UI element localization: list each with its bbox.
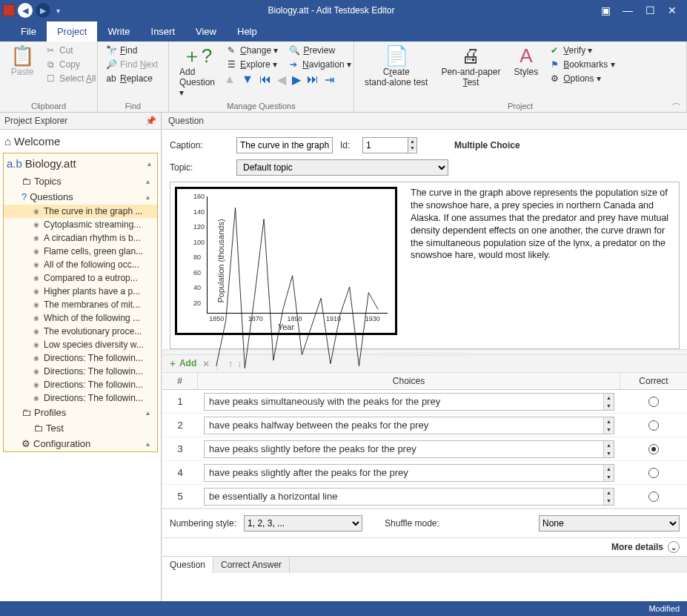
more-details-button[interactable]: More details⌄: [162, 537, 687, 556]
explore-button[interactable]: ☰Explore ▾: [224, 59, 279, 70]
chevron-up-icon[interactable]: ▴: [147, 159, 154, 168]
question-preview: Population (thousands) Year 204060801001…: [170, 182, 680, 349]
add-choice-button[interactable]: ＋ Add: [168, 357, 196, 370]
styles-button[interactable]: AStyles: [509, 44, 542, 79]
app-icon: [3, 4, 15, 16]
choice-row[interactable]: 1have peaks simultaneously with the peak…: [162, 390, 687, 414]
preview-button[interactable]: 🔍Preview: [287, 44, 336, 56]
nav-up: ▲: [224, 73, 236, 87]
question-panel-title: Question: [162, 113, 687, 130]
history-dropdown[interactable]: ▾: [56, 7, 60, 15]
printer-icon: 🖨: [461, 46, 480, 65]
verify-button[interactable]: ✔Verify ▾: [547, 44, 616, 56]
question-item[interactable]: ◉Which of the following ...: [4, 311, 157, 325]
question-item[interactable]: ◉Higher plants have a p...: [4, 285, 157, 298]
navigation-button[interactable]: ➔Navigation ▾: [286, 59, 353, 70]
change-button[interactable]: ✎Change ▾: [224, 44, 279, 56]
menu-view[interactable]: View: [185, 21, 227, 42]
configuration-item[interactable]: ⚙Configuration▴: [4, 436, 157, 451]
choice-row[interactable]: 4have peaks slightly after the peaks for…: [162, 461, 687, 485]
questions-item[interactable]: ?Questions▴: [4, 189, 157, 205]
nav-first[interactable]: ⏮: [259, 73, 271, 87]
standalone-test-button[interactable]: 📄Createstand-alone test: [360, 44, 432, 89]
profiles-item[interactable]: 🗀Profiles▴: [4, 405, 157, 420]
correct-radio[interactable]: [648, 420, 659, 431]
caption-label: Caption:: [170, 140, 229, 150]
copy-icon: ⧉: [44, 59, 56, 70]
back-button[interactable]: ◀: [18, 3, 33, 18]
question-item[interactable]: ◉The evolutionary proce...: [4, 325, 157, 338]
question-item[interactable]: ◉The curve in the graph ...: [4, 205, 157, 218]
nav-next[interactable]: ▶: [292, 73, 301, 87]
choice-text[interactable]: have peaks halfway between the peaks for…: [204, 417, 614, 434]
findnext-button[interactable]: 🔎Find Next: [104, 59, 159, 70]
question-item[interactable]: ◉Directions: The followin...: [4, 391, 157, 405]
welcome-item[interactable]: ⌂Welcome: [1, 131, 159, 151]
menu-help[interactable]: Help: [227, 21, 268, 42]
replace-button[interactable]: abReplace: [104, 73, 159, 85]
population-chart: Population (thousands) Year 204060801001…: [175, 187, 397, 335]
correct-radio[interactable]: [648, 444, 659, 454]
question-item[interactable]: ◉Directions: The followin...: [4, 378, 157, 391]
pen-paper-button[interactable]: 🖨Pen-and-paperTest: [437, 44, 505, 89]
question-item[interactable]: ◉Low species diversity w...: [4, 338, 157, 351]
question-item[interactable]: ◉Compared to a eutrop...: [4, 271, 157, 285]
menu-project[interactable]: Project: [47, 21, 97, 42]
choice-text[interactable]: have peaks slightly before the peaks for…: [204, 440, 614, 458]
menu-write[interactable]: Write: [97, 21, 140, 42]
file-item[interactable]: a.bBiology.att▴: [4, 153, 157, 173]
choice-text[interactable]: be essentially a horizontal line▲▼: [204, 488, 614, 506]
nav-goto[interactable]: ⇥: [325, 73, 334, 87]
question-item[interactable]: ◉Directions: The followin...: [4, 351, 157, 365]
bookmarks-button[interactable]: ⚑Bookmarks ▾: [547, 59, 616, 70]
minimize-button[interactable]: —: [622, 4, 634, 16]
choice-text[interactable]: have peaks simultaneously with the peaks…: [204, 393, 614, 411]
question-item[interactable]: ◉Flame cells, green glan...: [4, 245, 157, 258]
topics-item[interactable]: 🗀Topics▴: [4, 173, 157, 189]
caption-input[interactable]: [236, 137, 333, 153]
id-input[interactable]: [362, 137, 408, 153]
question-item[interactable]: ◉Cytoplasmic streaming...: [4, 218, 157, 231]
explorer-title: Project Explorer: [4, 116, 67, 126]
pin-icon[interactable]: 📌: [145, 116, 156, 126]
choice-row[interactable]: 3have peaks slightly before the peaks fo…: [162, 437, 687, 461]
forward-button[interactable]: ▶: [36, 3, 50, 18]
question-item[interactable]: ◉A circadian rhythm is b...: [4, 231, 157, 245]
tab-question[interactable]: Question: [162, 557, 213, 573]
tab-correct-answer[interactable]: Correct Answer: [213, 557, 290, 573]
id-up[interactable]: ▲: [408, 138, 416, 145]
choice-text[interactable]: have peaks slightly after the peaks for …: [204, 464, 614, 482]
question-item[interactable]: ◉The membranes of mit...: [4, 298, 157, 311]
nav-last[interactable]: ⏭: [307, 73, 319, 87]
ribbon: 📋 Paste ✂Cut ⧉Copy ☐Select All Clipboard…: [0, 42, 687, 113]
topic-select[interactable]: Default topic: [236, 159, 448, 176]
ribbon-collapse[interactable]: ︿: [672, 96, 681, 109]
ribbon-toggle-icon[interactable]: ▣: [600, 4, 611, 16]
question-item[interactable]: ◉Directions: The followin...: [4, 365, 157, 378]
profile-test-item[interactable]: 🗀Test: [4, 420, 157, 436]
choice-row[interactable]: 5be essentially a horizontal line▲▼: [162, 485, 687, 509]
add-question-button[interactable]: ＋? AddQuestion ▾: [175, 44, 219, 99]
maximize-button[interactable]: ☐: [644, 4, 656, 16]
numbering-select[interactable]: 1, 2, 3, ...: [244, 515, 362, 531]
correct-radio[interactable]: [648, 397, 659, 407]
bookmark-icon: ⚑: [548, 59, 560, 70]
correct-radio[interactable]: [648, 468, 659, 478]
close-button[interactable]: ✕: [666, 4, 678, 16]
menu-tabs: File Project Write Insert View Help: [0, 21, 687, 42]
id-down[interactable]: ▼: [408, 145, 416, 151]
verify-icon: ✔: [548, 45, 560, 56]
menu-file[interactable]: File: [10, 21, 47, 42]
correct-radio[interactable]: [648, 491, 659, 502]
choice-row[interactable]: 2have peaks halfway between the peaks fo…: [162, 414, 687, 437]
question-item[interactable]: ◉All of the following occ...: [4, 258, 157, 271]
find-button[interactable]: 🔭Find: [104, 44, 159, 56]
options-button[interactable]: ⚙Options ▾: [547, 73, 616, 85]
menu-insert[interactable]: Insert: [141, 21, 186, 42]
selectall-button: ☐Select All: [43, 73, 97, 85]
nav-down[interactable]: ▼: [242, 73, 253, 87]
binoculars-icon: 🔭: [105, 45, 117, 56]
shuffle-select[interactable]: None: [539, 515, 680, 531]
file-icon: a.b: [7, 157, 22, 170]
shuffle-label: Shuffle mode:: [385, 518, 439, 529]
